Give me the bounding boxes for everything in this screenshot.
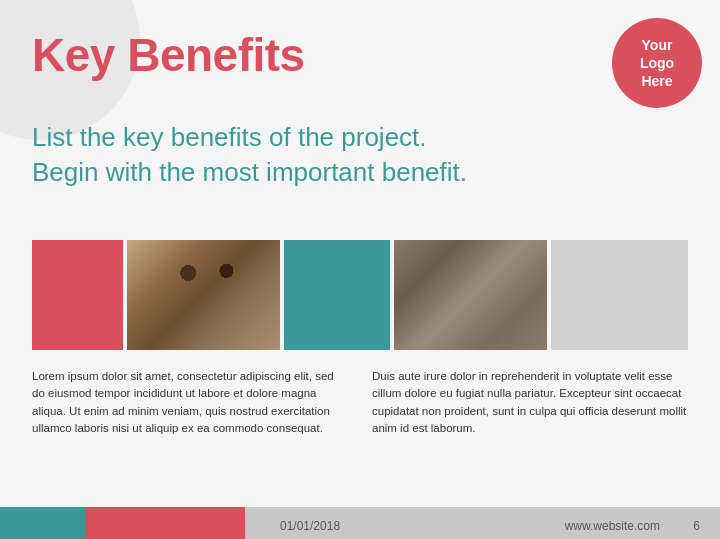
text-column-left: Lorem ipsum dolor sit amet, consectetur … <box>32 368 348 437</box>
photo1-overlay <box>127 240 279 350</box>
page-title: Key Benefits <box>32 28 305 82</box>
logo-text: Your Logo Here <box>640 36 674 91</box>
image-block-gray <box>551 240 688 350</box>
footer-page-number: 6 <box>693 519 700 533</box>
subtitle-line1: List the key benefits of the project. <box>32 120 467 155</box>
image-block-photo1 <box>127 240 279 350</box>
image-strip <box>32 240 688 350</box>
subtitle-line2: Begin with the most important benefit. <box>32 155 467 190</box>
image-block-photo2 <box>394 240 546 350</box>
text-left-content: Lorem ipsum dolor sit amet, consectetur … <box>32 370 334 434</box>
footer-teal-block <box>0 507 85 539</box>
photo2-bg <box>394 240 546 350</box>
footer-red-block <box>85 507 245 539</box>
footer-website: www.website.com <box>565 519 660 533</box>
slide: Your Logo Here Key Benefits List the key… <box>0 0 720 539</box>
footer-date: 01/01/2018 <box>280 519 340 533</box>
text-column-right: Duis aute irure dolor in reprehenderit i… <box>372 368 688 437</box>
text-right-content: Duis aute irure dolor in reprehenderit i… <box>372 370 686 434</box>
text-content-area: Lorem ipsum dolor sit amet, consectetur … <box>32 368 688 437</box>
image-block-red <box>32 240 123 350</box>
logo-circle: Your Logo Here <box>612 18 702 108</box>
image-block-teal <box>284 240 391 350</box>
subtitle-area: List the key benefits of the project. Be… <box>32 120 467 190</box>
